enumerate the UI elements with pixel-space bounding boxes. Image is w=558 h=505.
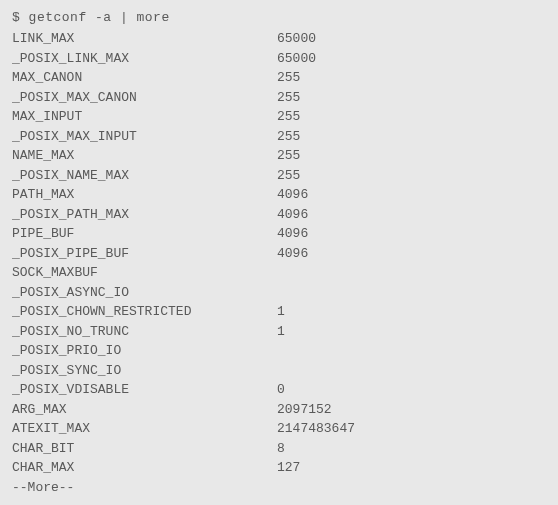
param-name: _POSIX_LINK_MAX — [12, 49, 277, 69]
param-name: _POSIX_ASYNC_IO — [12, 283, 277, 303]
param-name: PIPE_BUF — [12, 224, 277, 244]
param-value: 65000 — [277, 29, 546, 49]
param-value: 4096 — [277, 224, 546, 244]
param-value: 127 — [277, 458, 546, 478]
param-value: 2147483647 — [277, 419, 546, 439]
param-name: CHAR_BIT — [12, 439, 277, 459]
output-row: _POSIX_MAX_CANON255 — [12, 88, 546, 108]
output-row: _POSIX_PRIO_IO — [12, 341, 546, 361]
output-row: MAX_CANON255 — [12, 68, 546, 88]
param-value: 1 — [277, 302, 546, 322]
output-row: MAX_INPUT255 — [12, 107, 546, 127]
param-name: _POSIX_MAX_INPUT — [12, 127, 277, 147]
more-prompt[interactable]: --More-- — [12, 478, 546, 498]
output-row: _POSIX_SYNC_IO — [12, 361, 546, 381]
param-name: _POSIX_PATH_MAX — [12, 205, 277, 225]
output-row: _POSIX_NAME_MAX255 — [12, 166, 546, 186]
param-value: 255 — [277, 166, 546, 186]
output-row: _POSIX_LINK_MAX65000 — [12, 49, 546, 69]
param-value — [277, 341, 546, 361]
output-row: NAME_MAX255 — [12, 146, 546, 166]
param-value: 8 — [277, 439, 546, 459]
param-value: 255 — [277, 68, 546, 88]
param-value: 65000 — [277, 49, 546, 69]
output-row: ATEXIT_MAX2147483647 — [12, 419, 546, 439]
output-row: _POSIX_MAX_INPUT255 — [12, 127, 546, 147]
output-row: LINK_MAX65000 — [12, 29, 546, 49]
param-name: _POSIX_CHOWN_RESTRICTED — [12, 302, 277, 322]
param-name: LINK_MAX — [12, 29, 277, 49]
output-row: PATH_MAX4096 — [12, 185, 546, 205]
output-row: PIPE_BUF4096 — [12, 224, 546, 244]
param-name: NAME_MAX — [12, 146, 277, 166]
output-row: CHAR_MAX127 — [12, 458, 546, 478]
output-row: _POSIX_PATH_MAX4096 — [12, 205, 546, 225]
output-row: _POSIX_NO_TRUNC1 — [12, 322, 546, 342]
output-row: _POSIX_ASYNC_IO — [12, 283, 546, 303]
param-value: 4096 — [277, 205, 546, 225]
param-name: PATH_MAX — [12, 185, 277, 205]
param-name: ARG_MAX — [12, 400, 277, 420]
param-value — [277, 283, 546, 303]
param-value: 255 — [277, 107, 546, 127]
param-value: 255 — [277, 88, 546, 108]
output-row: ARG_MAX2097152 — [12, 400, 546, 420]
param-value — [277, 263, 546, 283]
param-value — [277, 361, 546, 381]
param-value: 255 — [277, 127, 546, 147]
output-row: _POSIX_CHOWN_RESTRICTED1 — [12, 302, 546, 322]
param-name: _POSIX_PRIO_IO — [12, 341, 277, 361]
param-name: _POSIX_MAX_CANON — [12, 88, 277, 108]
param-name: _POSIX_PIPE_BUF — [12, 244, 277, 264]
param-name: _POSIX_VDISABLE — [12, 380, 277, 400]
command-line: $ getconf -a | more — [12, 10, 546, 25]
param-value: 0 — [277, 380, 546, 400]
param-name: CHAR_MAX — [12, 458, 277, 478]
param-name: SOCK_MAXBUF — [12, 263, 277, 283]
param-name: _POSIX_SYNC_IO — [12, 361, 277, 381]
param-name: _POSIX_NAME_MAX — [12, 166, 277, 186]
param-name: MAX_INPUT — [12, 107, 277, 127]
param-value: 4096 — [277, 244, 546, 264]
output-row: _POSIX_VDISABLE0 — [12, 380, 546, 400]
param-name: MAX_CANON — [12, 68, 277, 88]
param-value: 4096 — [277, 185, 546, 205]
terminal-output: LINK_MAX65000_POSIX_LINK_MAX65000MAX_CAN… — [12, 29, 546, 478]
param-value: 255 — [277, 146, 546, 166]
param-name: ATEXIT_MAX — [12, 419, 277, 439]
param-value: 1 — [277, 322, 546, 342]
param-name: _POSIX_NO_TRUNC — [12, 322, 277, 342]
output-row: CHAR_BIT8 — [12, 439, 546, 459]
output-row: SOCK_MAXBUF — [12, 263, 546, 283]
param-value: 2097152 — [277, 400, 546, 420]
output-row: _POSIX_PIPE_BUF4096 — [12, 244, 546, 264]
